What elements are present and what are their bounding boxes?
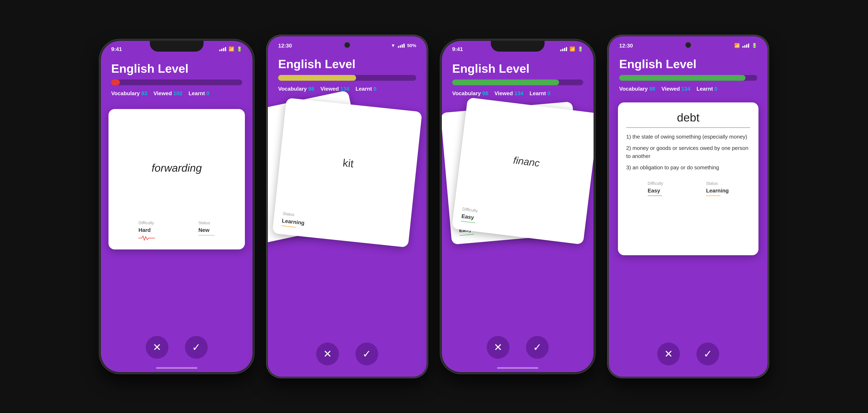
time-1: 9:41 — [111, 46, 122, 53]
flashcard-definition-4: debt 1) the state of owing something (es… — [618, 102, 758, 255]
diff-line-right-3 — [461, 221, 475, 223]
card-meta-status-front-2: Status Learning — [281, 211, 306, 228]
home-indicator-1 — [101, 364, 252, 372]
app-content-2: English Level Vocabulary 98 Viewed 134 L… — [268, 53, 427, 377]
status-icons-3: 📶 🔋 — [560, 46, 583, 52]
time-4: 12:30 — [619, 42, 633, 49]
stat-viewed-4: Viewed 134 — [661, 86, 690, 92]
card-meta-difficulty-4: Difficulty Easy — [648, 181, 663, 196]
progress-fill-3 — [452, 79, 557, 85]
app-header-2: English Level Vocabulary 98 Viewed 134 L… — [268, 53, 427, 98]
stat-viewed-1: Viewed 102 — [153, 90, 182, 97]
stats-row-1: Vocabulary 83 Viewed 102 Learnt 0 — [111, 90, 242, 97]
iphone-notch — [150, 41, 204, 51]
diff-line-left-3 — [459, 234, 474, 236]
card-area-2: ons Status New kit — [268, 98, 427, 337]
stat-vocabulary-4: Vocabulary 98 — [619, 86, 655, 92]
app-title-2: English Level — [278, 57, 416, 71]
flashcard-main-1: forwarding Difficulty Hard Status Ne — [108, 109, 245, 249]
partial-word-right-3: financ — [513, 154, 540, 169]
stats-row-3: Vocabulary 98 Viewed 134 Learnt 0 — [452, 90, 583, 97]
card-meta-status-1: Status New — [198, 220, 215, 241]
stat-learnt-3: Learnt 0 — [529, 90, 550, 97]
reject-button-1[interactable]: ✕ — [146, 336, 168, 359]
status-icons-4: 📶 🔋 — [734, 43, 757, 48]
reject-button-4[interactable]: ✕ — [657, 343, 680, 365]
home-indicator-3 — [442, 364, 593, 372]
home-bar-3 — [497, 367, 538, 369]
battery-icon-1: 🔋 — [237, 46, 242, 52]
definition-1-4: 1) the state of owing something (especia… — [626, 133, 747, 141]
stat-learnt-4: Learnt 0 — [696, 86, 717, 92]
card-footer-4: Difficulty Easy Status Learning — [626, 181, 750, 196]
android-camera-2 — [344, 42, 350, 48]
app-content-1: English Level Vocabulary 83 Viewed 102 L… — [101, 58, 252, 372]
app-title-1: English Level — [111, 62, 242, 75]
card-meta-right-3: Difficulty Easy — [461, 207, 478, 223]
progress-fill-4 — [619, 75, 743, 81]
app-content-3: English Level Vocabulary 98 Viewed 134 L… — [442, 58, 593, 372]
card-meta-difficulty-1: Difficulty Hard — [138, 220, 155, 241]
definition-word-4: debt — [677, 111, 700, 124]
progress-bar-3 — [452, 79, 583, 85]
card-right-3: financ Difficulty Easy — [452, 97, 593, 244]
app-title-3: English Level — [452, 62, 583, 75]
phone-3: 9:41 📶 🔋 English Level — [440, 39, 595, 374]
app-header-1: English Level Vocabulary 83 Viewed 102 L… — [101, 58, 252, 103]
phone-4: 12:30 📶 🔋 English Level — [608, 35, 769, 378]
app-header-4: English Level Vocabulary 98 Viewed 134 L… — [609, 53, 768, 98]
wifi-icon-1: 📶 — [228, 46, 234, 52]
stat-vocabulary-1: Vocabulary 83 — [111, 90, 147, 97]
card-area-3: instruc Difficulty Easy financ — [442, 103, 593, 331]
accept-button-3[interactable]: ✓ — [526, 336, 549, 359]
stat-viewed-2: Viewed 134 — [320, 86, 349, 92]
wifi-icon-4: 📶 — [734, 43, 740, 48]
progress-bar-4 — [619, 75, 757, 81]
reject-button-3[interactable]: ✕ — [487, 336, 509, 359]
progress-fill-2 — [278, 75, 354, 81]
battery-label-2: 50% — [407, 43, 416, 48]
progress-bar-1 — [111, 79, 242, 85]
wifi-icon-3: 📶 — [569, 46, 575, 52]
status-icons-2: ▼ 50% — [391, 43, 416, 48]
signal-icon-3 — [560, 47, 567, 51]
stats-row-2: Vocabulary 98 Viewed 134 Learnt 0 — [278, 86, 416, 92]
reject-button-2[interactable]: ✕ — [316, 343, 339, 365]
signal-icon-1 — [219, 47, 226, 51]
iphone-notch-3 — [491, 41, 545, 51]
status-line-4 — [706, 196, 720, 196]
definition-divider-4 — [626, 128, 750, 128]
home-bar-1 — [156, 367, 197, 369]
accept-button-1[interactable]: ✓ — [185, 336, 208, 359]
android-bottom-2 — [268, 371, 427, 377]
word-text-1: forwarding — [152, 162, 202, 174]
card-area-4: debt 1) the state of owing something (es… — [609, 98, 768, 337]
progress-bar-2 — [278, 75, 416, 81]
progress-fill-1 — [111, 79, 118, 85]
status-line-front-2 — [281, 226, 296, 227]
card-meta-status-4: Status Learning — [706, 181, 729, 196]
accept-button-2[interactable]: ✓ — [355, 343, 378, 365]
word-text-2: kit — [342, 157, 354, 170]
app-content-4: English Level Vocabulary 98 Viewed 134 L… — [609, 53, 768, 377]
app-header-3: English Level Vocabulary 98 Viewed 134 L… — [442, 58, 593, 103]
bottom-bar-4: ✕ ✓ — [609, 337, 768, 371]
status-indicator-1 — [198, 235, 215, 236]
stat-vocabulary-2: Vocabulary 98 — [278, 86, 314, 92]
status-icons-1: 📶 🔋 — [219, 46, 242, 52]
time-2: 12:30 — [278, 42, 292, 49]
phone-1: 9:41 📶 🔋 English Level — [99, 39, 254, 374]
accept-button-4[interactable]: ✓ — [696, 343, 719, 365]
stat-learnt-2: Learnt 0 — [355, 86, 376, 92]
heartbeat-icon-1 — [138, 235, 155, 241]
card-footer-1: Difficulty Hard Status New — [117, 220, 237, 241]
time-3: 9:41 — [452, 46, 463, 53]
card-area-1: forwarding Difficulty Hard Status Ne — [101, 103, 252, 331]
definition-2-4: 2) money or goods or services owed by on… — [626, 144, 750, 160]
android-bottom-4 — [609, 371, 768, 377]
diff-line-4 — [648, 196, 662, 196]
battery-icon-4: 🔋 — [752, 43, 757, 48]
phone-2: 12:30 ▼ 50% English Level — [267, 35, 428, 378]
card-front-2: kit Status Learning — [272, 98, 422, 247]
stats-row-4: Vocabulary 98 Viewed 134 Learnt 0 — [619, 86, 757, 92]
